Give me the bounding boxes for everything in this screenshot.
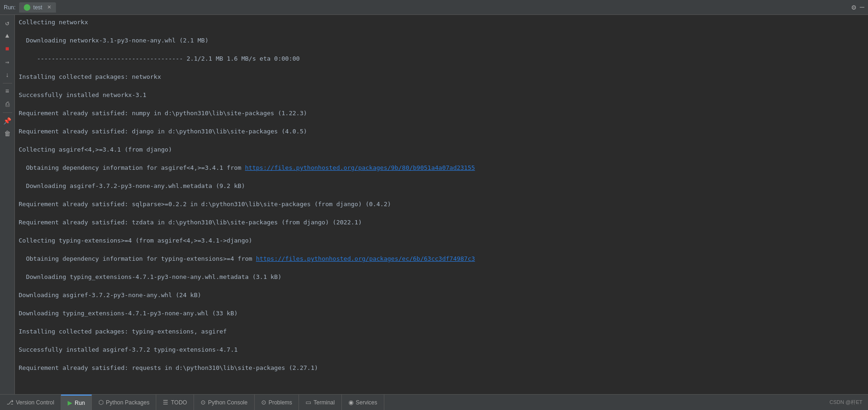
tab-todo[interactable]: ☰ TODO [156,395,194,410]
align-button[interactable]: ≡ [1,85,14,97]
settings-icon[interactable]: ⚙ [852,3,856,12]
tab-python-console-label: Python Console [208,399,248,406]
python-console-icon: ⊙ [201,399,206,406]
tab-services-label: Services [356,399,377,406]
tab-terminal-label: Terminal [313,399,334,406]
tab-version-control[interactable]: ⎇ Version Control [0,395,61,410]
tab-python-packages-label: Python Packages [106,399,149,406]
tab-problems[interactable]: ⊙ Problems [255,395,299,410]
terminal-icon: ▭ [306,399,311,406]
todo-icon: ☰ [163,399,168,406]
toolbar-separator-2 [3,112,12,113]
main-area: ↺ ▲ ■ ⇒ ↓ ≡ ⎙ 📌 🗑 Collecting networkx Do… [0,15,868,394]
tab-run-icon [24,4,30,11]
forward-button[interactable]: ⇒ [1,56,14,68]
tab-python-packages[interactable]: ⬡ Python Packages [92,395,156,410]
stop-button[interactable]: ■ [1,43,14,55]
console-link[interactable]: https://files.pythonhosted.org/packages/… [245,164,475,171]
pin-button[interactable]: 📌 [1,115,14,127]
tab-todo-label: TODO [171,399,187,406]
problems-icon: ⊙ [261,399,266,406]
tab-services[interactable]: ◉ Services [342,395,384,410]
console-link[interactable]: https://files.pythonhosted.org/packages/… [256,255,475,262]
run-tab[interactable]: test ✕ [19,2,56,13]
left-toolbar: ↺ ▲ ■ ⇒ ↓ ≡ ⎙ 📌 🗑 [0,15,15,394]
tab-problems-label: Problems [269,399,292,406]
bottom-tab-bar: ⎇ Version Control ▶ Run ⬡ Python Package… [0,394,868,410]
print-button[interactable]: ⎙ [1,98,14,111]
scroll-up-button[interactable]: ▲ [1,30,14,42]
tab-name: test [33,4,42,11]
toolbar-separator [3,83,12,83]
bottom-right-info: CSDN @杆ET [830,399,868,406]
scroll-down-button[interactable]: ↓ [1,69,14,81]
tab-run-label: Run [75,400,85,406]
run-label: Run: [4,4,15,11]
tab-version-control-label: Version Control [16,399,54,406]
services-icon: ◉ [348,399,354,406]
run-icon: ▶ [68,399,72,406]
tab-close-icon[interactable]: ✕ [47,4,51,10]
tab-terminal[interactable]: ▭ Terminal [299,395,341,410]
tab-python-console[interactable]: ⊙ Python Console [194,395,255,410]
rerun-button[interactable]: ↺ [1,17,14,29]
version-control-icon: ⎇ [7,399,14,406]
delete-button[interactable]: 🗑 [1,128,14,140]
minimize-icon[interactable]: — [860,3,864,12]
tab-run[interactable]: ▶ Run [61,395,92,410]
python-packages-icon: ⬡ [98,399,104,406]
top-bar: Run: test ✕ ⚙ — [0,0,868,15]
console-output[interactable]: Collecting networkx Downloading networkx… [15,15,868,394]
